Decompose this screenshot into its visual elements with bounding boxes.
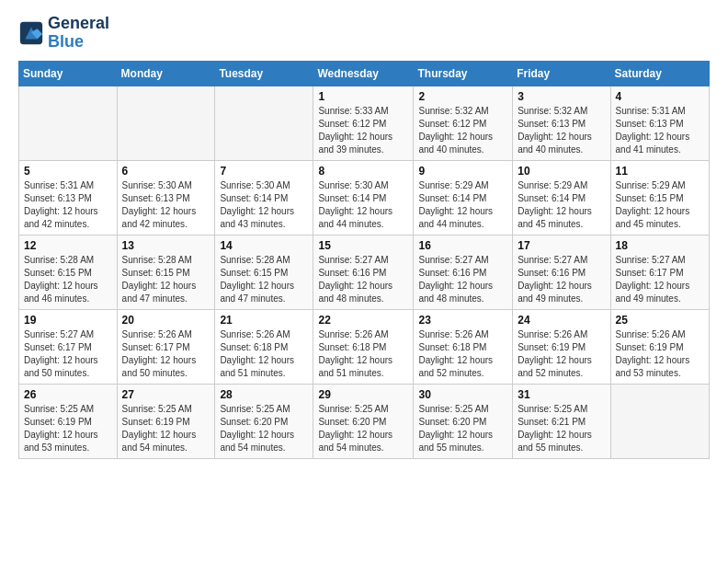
day-number: 11 [616, 165, 704, 178]
calendar-cell: 1Sunrise: 5:33 AM Sunset: 6:12 PM Daylig… [313, 86, 414, 160]
day-number: 14 [220, 239, 308, 252]
calendar-cell: 25Sunrise: 5:26 AM Sunset: 6:19 PM Dayli… [610, 309, 709, 384]
day-info: Sunrise: 5:30 AM Sunset: 6:14 PM Dayligh… [220, 179, 308, 231]
day-number: 18 [616, 239, 704, 252]
day-info: Sunrise: 5:25 AM Sunset: 6:20 PM Dayligh… [220, 403, 308, 454]
day-number: 2 [418, 90, 507, 103]
calendar-cell: 16Sunrise: 5:27 AM Sunset: 6:16 PM Dayli… [414, 235, 513, 309]
day-info: Sunrise: 5:32 AM Sunset: 6:13 PM Dayligh… [518, 105, 605, 156]
day-number: 20 [122, 314, 210, 327]
day-number: 21 [220, 314, 308, 327]
weekday-header-thursday: Thursday [414, 61, 513, 86]
weekday-header-wednesday: Wednesday [313, 61, 414, 86]
calendar-cell: 12Sunrise: 5:28 AM Sunset: 6:15 PM Dayli… [19, 235, 118, 309]
day-number: 19 [24, 314, 112, 327]
day-number: 28 [220, 388, 308, 401]
calendar-cell: 29Sunrise: 5:25 AM Sunset: 6:20 PM Dayli… [313, 384, 414, 458]
day-info: Sunrise: 5:25 AM Sunset: 6:20 PM Dayligh… [318, 403, 408, 454]
calendar-cell: 24Sunrise: 5:26 AM Sunset: 6:19 PM Dayli… [513, 309, 610, 384]
calendar-cell: 15Sunrise: 5:27 AM Sunset: 6:16 PM Dayli… [313, 235, 414, 309]
day-info: Sunrise: 5:31 AM Sunset: 6:13 PM Dayligh… [616, 105, 704, 156]
day-info: Sunrise: 5:27 AM Sunset: 6:16 PM Dayligh… [318, 254, 408, 305]
calendar-cell: 4Sunrise: 5:31 AM Sunset: 6:13 PM Daylig… [610, 86, 709, 160]
day-number: 22 [318, 314, 408, 327]
calendar-cell: 20Sunrise: 5:26 AM Sunset: 6:17 PM Dayli… [117, 309, 215, 384]
calendar-table: SundayMondayTuesdayWednesdayThursdayFrid… [18, 61, 710, 459]
calendar-week-row: 26Sunrise: 5:25 AM Sunset: 6:19 PM Dayli… [19, 384, 710, 458]
logo-text: General Blue [48, 15, 109, 52]
day-info: Sunrise: 5:26 AM Sunset: 6:18 PM Dayligh… [220, 328, 308, 380]
day-info: Sunrise: 5:26 AM Sunset: 6:18 PM Dayligh… [418, 328, 507, 380]
day-number: 17 [518, 239, 605, 252]
day-info: Sunrise: 5:26 AM Sunset: 6:19 PM Dayligh… [518, 328, 605, 380]
calendar-cell: 2Sunrise: 5:32 AM Sunset: 6:12 PM Daylig… [414, 86, 513, 160]
day-number: 24 [518, 314, 605, 327]
day-number: 12 [24, 239, 112, 252]
day-number: 26 [24, 388, 112, 401]
calendar-cell: 18Sunrise: 5:27 AM Sunset: 6:17 PM Dayli… [610, 235, 709, 309]
day-number: 7 [220, 165, 308, 178]
calendar-cell: 19Sunrise: 5:27 AM Sunset: 6:17 PM Dayli… [19, 309, 118, 384]
day-number: 23 [418, 314, 507, 327]
day-info: Sunrise: 5:29 AM Sunset: 6:14 PM Dayligh… [418, 179, 507, 231]
day-number: 25 [616, 314, 704, 327]
calendar-cell: 17Sunrise: 5:27 AM Sunset: 6:16 PM Dayli… [513, 235, 610, 309]
calendar-cell: 30Sunrise: 5:25 AM Sunset: 6:20 PM Dayli… [414, 384, 513, 458]
day-number: 4 [616, 90, 704, 103]
day-info: Sunrise: 5:28 AM Sunset: 6:15 PM Dayligh… [24, 254, 112, 305]
calendar-cell: 6Sunrise: 5:30 AM Sunset: 6:13 PM Daylig… [117, 160, 215, 235]
day-info: Sunrise: 5:28 AM Sunset: 6:15 PM Dayligh… [220, 254, 308, 305]
day-info: Sunrise: 5:26 AM Sunset: 6:18 PM Dayligh… [318, 328, 408, 380]
day-number: 9 [418, 165, 507, 178]
weekday-header-saturday: Saturday [610, 61, 709, 86]
calendar-week-row: 1Sunrise: 5:33 AM Sunset: 6:12 PM Daylig… [19, 86, 710, 160]
calendar-cell: 7Sunrise: 5:30 AM Sunset: 6:14 PM Daylig… [215, 160, 313, 235]
day-info: Sunrise: 5:26 AM Sunset: 6:17 PM Dayligh… [122, 328, 210, 380]
calendar-cell [215, 86, 313, 160]
calendar-cell [610, 384, 709, 458]
weekday-header-friday: Friday [513, 61, 610, 86]
day-number: 15 [318, 239, 408, 252]
calendar-week-row: 5Sunrise: 5:31 AM Sunset: 6:13 PM Daylig… [19, 160, 710, 235]
day-info: Sunrise: 5:30 AM Sunset: 6:14 PM Dayligh… [318, 179, 408, 231]
day-number: 3 [518, 90, 605, 103]
day-number: 8 [318, 165, 408, 178]
calendar-cell: 5Sunrise: 5:31 AM Sunset: 6:13 PM Daylig… [19, 160, 118, 235]
day-number: 5 [24, 165, 112, 178]
calendar-cell: 22Sunrise: 5:26 AM Sunset: 6:18 PM Dayli… [313, 309, 414, 384]
calendar-cell: 27Sunrise: 5:25 AM Sunset: 6:19 PM Dayli… [117, 384, 215, 458]
day-info: Sunrise: 5:27 AM Sunset: 6:17 PM Dayligh… [24, 328, 112, 380]
logo-icon [18, 20, 44, 46]
day-number: 16 [418, 239, 507, 252]
day-info: Sunrise: 5:25 AM Sunset: 6:19 PM Dayligh… [122, 403, 210, 454]
day-info: Sunrise: 5:25 AM Sunset: 6:19 PM Dayligh… [24, 403, 112, 454]
weekday-header-monday: Monday [117, 61, 215, 86]
weekday-header-sunday: Sunday [19, 61, 118, 86]
calendar-cell: 21Sunrise: 5:26 AM Sunset: 6:18 PM Dayli… [215, 309, 313, 384]
day-number: 27 [122, 388, 210, 401]
page-header: General Blue [18, 15, 710, 52]
calendar-cell: 31Sunrise: 5:25 AM Sunset: 6:21 PM Dayli… [513, 384, 610, 458]
day-info: Sunrise: 5:30 AM Sunset: 6:13 PM Dayligh… [122, 179, 210, 231]
calendar-cell: 28Sunrise: 5:25 AM Sunset: 6:20 PM Dayli… [215, 384, 313, 458]
day-info: Sunrise: 5:27 AM Sunset: 6:16 PM Dayligh… [418, 254, 507, 305]
calendar-cell: 10Sunrise: 5:29 AM Sunset: 6:14 PM Dayli… [513, 160, 610, 235]
day-number: 6 [122, 165, 210, 178]
day-info: Sunrise: 5:25 AM Sunset: 6:21 PM Dayligh… [518, 403, 605, 454]
day-info: Sunrise: 5:27 AM Sunset: 6:17 PM Dayligh… [616, 254, 704, 305]
calendar-cell [117, 86, 215, 160]
calendar-week-row: 12Sunrise: 5:28 AM Sunset: 6:15 PM Dayli… [19, 235, 710, 309]
day-number: 30 [418, 388, 507, 401]
day-info: Sunrise: 5:26 AM Sunset: 6:19 PM Dayligh… [616, 328, 704, 380]
calendar-cell: 14Sunrise: 5:28 AM Sunset: 6:15 PM Dayli… [215, 235, 313, 309]
day-number: 1 [318, 90, 408, 103]
day-info: Sunrise: 5:31 AM Sunset: 6:13 PM Dayligh… [24, 179, 112, 231]
day-number: 29 [318, 388, 408, 401]
day-number: 31 [518, 388, 605, 401]
day-info: Sunrise: 5:29 AM Sunset: 6:15 PM Dayligh… [616, 179, 704, 231]
day-info: Sunrise: 5:25 AM Sunset: 6:20 PM Dayligh… [418, 403, 507, 454]
day-info: Sunrise: 5:29 AM Sunset: 6:14 PM Dayligh… [518, 179, 605, 231]
calendar-cell: 8Sunrise: 5:30 AM Sunset: 6:14 PM Daylig… [313, 160, 414, 235]
calendar-cell [19, 86, 118, 160]
day-info: Sunrise: 5:33 AM Sunset: 6:12 PM Dayligh… [318, 105, 408, 156]
